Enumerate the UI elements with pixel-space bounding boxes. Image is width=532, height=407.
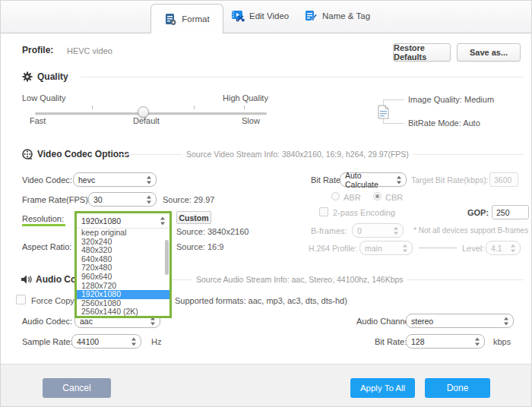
sample-rate-select[interactable]: 44100 [71, 334, 141, 349]
two-pass-label: 2-pass Encoding [333, 208, 395, 217]
tab-name-tag-label: Name & Tag [322, 11, 370, 21]
stepper-icon [397, 175, 402, 184]
quality-slider-track[interactable] [35, 112, 267, 115]
low-quality-label: Low Quality [22, 93, 65, 103]
h264-profile-value: main [365, 244, 382, 253]
tab-edit-video[interactable]: Edit Video [231, 9, 289, 22]
audio-bitrate-select[interactable]: 128 [406, 334, 485, 349]
video-codec-value: hevc [78, 175, 95, 185]
profile-level-dash [419, 248, 457, 248]
cancel-button[interactable]: Cancel [43, 378, 111, 398]
stepper-icon [394, 226, 399, 235]
resolution-label: Resolution: [22, 214, 64, 223]
video-codec-label: Video Codec: [22, 175, 72, 185]
resolution-highlight-underline [22, 224, 65, 226]
level-label: Level: [462, 244, 484, 253]
audio-channel-label: Audio Channel: [356, 317, 413, 326]
resolution-dropdown[interactable]: 1920x1080 keep original 320x240 480x320 … [74, 211, 172, 318]
frame-rate-label: Frame Rate(FPS): [22, 195, 90, 204]
restore-defaults-label: Restore Defaults [394, 43, 450, 62]
bitrate-mode-info: BitRate Mode: Auto [408, 118, 480, 128]
bit-rate-value: Auto Calculate [345, 171, 392, 189]
bit-rate-select[interactable]: Auto Calculate [340, 172, 407, 187]
edit-video-icon [231, 9, 245, 22]
two-pass-checkbox[interactable] [319, 207, 328, 216]
slider-tick [194, 106, 195, 109]
stepper-icon [160, 216, 166, 225]
format-tab-icon [164, 13, 177, 26]
audio-bitrate-unit: kbps [493, 337, 511, 346]
gop-label: GOP: [467, 208, 489, 217]
resolution-option[interactable]: 2560x1440 (2K) [77, 308, 169, 317]
tab-name-tag[interactable]: Name & Tag [305, 9, 370, 22]
stepper-icon [131, 337, 137, 345]
frame-rate-value: 30 [93, 195, 103, 204]
stepper-icon [147, 175, 152, 184]
resolution-selected-value: 1920x1080 [81, 216, 121, 226]
resolution-source: Source: 3840x2160 [176, 227, 249, 236]
audio-channel-select[interactable]: stereo [406, 314, 514, 328]
stepper-icon [504, 317, 509, 325]
level-value: 4.1 [491, 244, 502, 253]
sample-rate-label: Sample Rate: [22, 337, 73, 346]
slider-default-label: Default [133, 116, 160, 125]
bit-rate-label: Bit Rate: [311, 175, 343, 185]
slider-fast-label: Fast [30, 116, 46, 125]
tab-edit-video-label: Edit Video [249, 11, 289, 21]
abr-radio[interactable] [331, 192, 340, 200]
gop-input[interactable]: 250 [492, 205, 529, 219]
high-quality-label: High Quality [223, 93, 268, 103]
frame-rate-select[interactable]: 30 [88, 192, 157, 207]
resolution-dropdown-current[interactable]: 1920x1080 [77, 213, 169, 229]
cbr-radio[interactable] [373, 192, 382, 200]
apply-to-all-button[interactable]: Apply To All [350, 378, 415, 398]
bframes-select[interactable]: 0 [352, 223, 404, 238]
image-quality-info: Image Quality: Medium [408, 95, 494, 104]
tab-format[interactable]: Format [150, 4, 223, 33]
bframes-value: 0 [357, 226, 362, 235]
resolution-option[interactable]: keep original [77, 229, 169, 238]
custom-label: Custom [179, 213, 208, 222]
format-settings-window: Format Edit Video Name & Tag [0, 0, 532, 407]
sample-rate-value: 44100 [77, 337, 99, 346]
apply-to-all-label: Apply To All [360, 383, 405, 393]
quality-divider [81, 77, 524, 77]
audio-codec-label: Audio Codec: [22, 317, 72, 326]
frame-rate-source: Source: 29.97 [163, 195, 215, 204]
resolution-option-selected[interactable]: 1920x1080 [77, 290, 169, 299]
gop-value: 250 [496, 208, 510, 217]
quality-section-title: Quality [37, 71, 68, 82]
video-source-info: Source Video Stream Info: 3840x2160, 16:… [182, 150, 413, 159]
aspect-ratio-source: Source: 16:9 [176, 242, 223, 251]
target-bitrate-value: 3600 [494, 175, 511, 185]
document-icon [378, 105, 389, 119]
video-codec-select[interactable]: hevc [73, 172, 157, 187]
h264-profile-select[interactable]: main [359, 241, 413, 255]
stepper-icon [511, 244, 516, 252]
level-select[interactable]: 4.1 [486, 241, 521, 255]
done-button[interactable]: Done [425, 378, 490, 398]
supported-formats-label: Supported formats: aac, mp3, ac3, dts, d… [175, 296, 347, 305]
bframes-note: * Not all devices support B-frames [413, 226, 528, 235]
name-tag-icon [305, 9, 318, 22]
speaker-icon [21, 274, 33, 285]
audio-bitrate-value: 128 [411, 337, 425, 346]
resolution-option[interactable]: 960x640 [77, 273, 169, 282]
sample-rate-unit: Hz [151, 337, 161, 346]
cancel-label: Cancel [62, 383, 90, 393]
dropdown-scrollbar[interactable] [165, 240, 169, 275]
tab-format-label: Format [182, 14, 209, 24]
save-as-button[interactable]: Save as... [457, 43, 521, 62]
target-bitrate-label: Target Bit Rate(kbps): [411, 175, 489, 185]
radio-dot [375, 194, 379, 198]
slider-slow-label: Slow [242, 116, 260, 125]
target-bitrate-input[interactable]: 3600 [489, 172, 518, 187]
bframes-label: B-frames: [311, 226, 347, 235]
profile-value: HEVC video [67, 46, 112, 55]
audio-bitrate-label: Bit Rate: [375, 337, 407, 346]
custom-resolution-button[interactable]: Custom [176, 211, 211, 224]
restore-defaults-button[interactable]: Restore Defaults [393, 43, 451, 62]
force-copy-checkbox[interactable] [16, 295, 26, 304]
save-as-label: Save as... [470, 48, 508, 57]
audio-channel-value: stereo [411, 317, 433, 326]
